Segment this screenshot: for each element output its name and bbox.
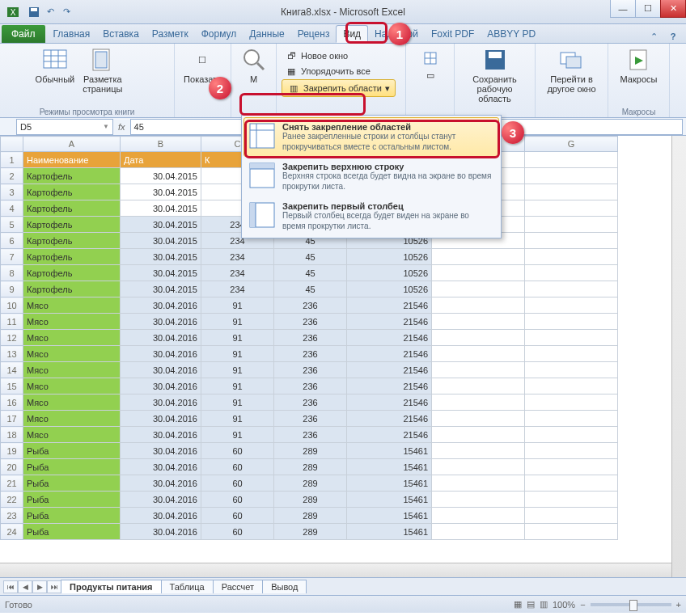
cell[interactable]: 21546 [347, 378, 432, 394]
column-header[interactable]: G [525, 137, 618, 152]
cell[interactable] [525, 314, 618, 330]
row-header[interactable]: 9 [1, 281, 23, 297]
cell[interactable]: 21546 [347, 314, 432, 330]
cell[interactable]: 30.04.2016 [121, 492, 201, 508]
cell[interactable] [525, 233, 618, 249]
cell[interactable] [525, 427, 618, 443]
cell[interactable]: 30.04.2015 [121, 233, 201, 249]
cell[interactable] [432, 330, 525, 346]
tab-foxit pdf[interactable]: Foxit PDF [425, 25, 481, 43]
row-header[interactable]: 3 [1, 184, 23, 200]
tab-данные[interactable]: Данные [243, 25, 290, 43]
first-sheet-button[interactable]: ⏮ [3, 580, 18, 593]
cell[interactable]: 21546 [347, 411, 432, 427]
cell[interactable]: 289 [274, 459, 347, 475]
sheet-tab[interactable]: Таблица [161, 580, 214, 593]
row-header[interactable]: 6 [1, 233, 23, 249]
cell[interactable] [432, 459, 525, 475]
cell[interactable]: 15461 [347, 459, 432, 475]
cell[interactable]: 91 [201, 411, 274, 427]
normal-view-button[interactable]: Обычный [32, 45, 78, 95]
cell[interactable]: 234 [201, 281, 274, 297]
cell[interactable]: 236 [274, 427, 347, 443]
cell[interactable]: 30.04.2016 [121, 346, 201, 362]
cell[interactable]: 236 [274, 346, 347, 362]
cell[interactable]: 30.04.2015 [121, 168, 201, 184]
hide-icon[interactable]: ▭ [426, 70, 434, 81]
cell[interactable]: Картофель [23, 249, 121, 265]
row-header[interactable]: 21 [1, 475, 23, 492]
cell[interactable]: 30.04.2015 [121, 184, 201, 200]
cell[interactable]: 45 [274, 265, 347, 281]
column-header[interactable]: B [121, 137, 201, 152]
cell[interactable]: 236 [274, 314, 347, 330]
cell[interactable]: 236 [274, 378, 347, 394]
cell[interactable] [525, 492, 618, 508]
row-header[interactable]: 15 [1, 378, 23, 394]
switch-windows-button[interactable]: Перейти в другое окно [544, 45, 599, 95]
undo-icon[interactable]: ↶ [44, 6, 57, 19]
column-header[interactable]: A [23, 137, 121, 152]
cell[interactable]: 30.04.2015 [121, 281, 201, 297]
zoom-button[interactable]: М [238, 45, 270, 86]
cell[interactable]: 60 [201, 524, 274, 540]
row-header[interactable]: 20 [1, 459, 23, 475]
cell[interactable]: Картофель [23, 184, 121, 200]
row-header[interactable]: 22 [1, 492, 23, 508]
cell[interactable]: Рыба [23, 508, 121, 524]
redo-icon[interactable]: ↷ [60, 6, 73, 19]
minimize-button[interactable]: — [610, 0, 636, 18]
cell[interactable]: 30.04.2015 [121, 200, 201, 217]
cell[interactable]: Картофель [23, 281, 121, 297]
cell[interactable]: Мясо [23, 378, 121, 394]
cell[interactable]: Картофель [23, 168, 121, 184]
page-layout-button[interactable]: Разметка страницы [79, 45, 125, 95]
cell[interactable]: Картофель [23, 217, 121, 233]
last-sheet-button[interactable]: ⏭ [47, 580, 61, 593]
cell[interactable]: 91 [201, 427, 274, 443]
cell[interactable]: 30.04.2015 [121, 265, 201, 281]
cell[interactable]: 236 [274, 362, 347, 378]
cell[interactable]: 15461 [347, 492, 432, 508]
cell[interactable]: 30.04.2016 [121, 475, 201, 492]
row-header[interactable]: 18 [1, 427, 23, 443]
cell[interactable]: 45 [274, 249, 347, 265]
cell[interactable]: 236 [274, 411, 347, 427]
cell[interactable]: 30.04.2016 [121, 362, 201, 378]
tab-вставка[interactable]: Вставка [96, 25, 146, 43]
name-box[interactable]: D5▼ [16, 119, 113, 135]
tab-реценз[interactable]: Реценз [291, 25, 337, 43]
cell[interactable]: 30.04.2015 [121, 249, 201, 265]
save-workspace-button[interactable]: Сохранить рабочую область [459, 45, 530, 105]
cell[interactable] [432, 427, 525, 443]
cell[interactable]: Мясо [23, 314, 121, 330]
cell[interactable]: 91 [201, 362, 274, 378]
cell[interactable]: 91 [201, 314, 274, 330]
row-header[interactable]: 12 [1, 330, 23, 346]
minimize-ribbon-icon[interactable]: ⌃ [647, 30, 660, 43]
cell[interactable]: 60 [201, 443, 274, 459]
cell[interactable]: 289 [274, 492, 347, 508]
cell[interactable]: 236 [274, 394, 347, 411]
cell[interactable] [525, 265, 618, 281]
sheet-tab[interactable]: Вывод [262, 580, 307, 593]
cell[interactable]: 15461 [347, 508, 432, 524]
cell[interactable] [525, 168, 618, 184]
cell[interactable] [525, 297, 618, 314]
row-header[interactable]: 17 [1, 411, 23, 427]
cell[interactable]: 60 [201, 459, 274, 475]
cell[interactable]: 21546 [347, 362, 432, 378]
cell[interactable] [432, 508, 525, 524]
row-header[interactable]: 4 [1, 200, 23, 217]
cell[interactable]: 10526 [347, 281, 432, 297]
cell[interactable]: Картофель [23, 265, 121, 281]
cell[interactable] [432, 281, 525, 297]
help-icon[interactable]: ? [667, 30, 680, 43]
macros-button[interactable]: Макросы [617, 45, 661, 86]
cell[interactable] [525, 184, 618, 200]
page-break-view-icon[interactable]: ▥ [540, 599, 548, 610]
cell[interactable] [525, 330, 618, 346]
cell[interactable]: Мясо [23, 346, 121, 362]
cell[interactable]: 21546 [347, 330, 432, 346]
cell[interactable] [525, 200, 618, 217]
